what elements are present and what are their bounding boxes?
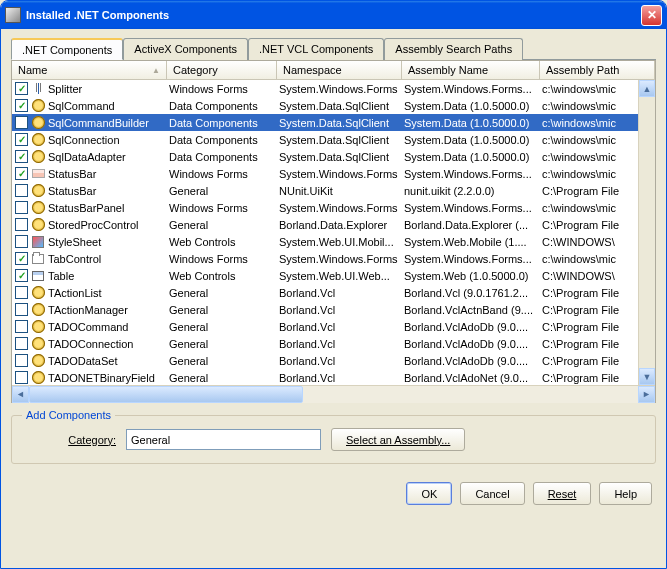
button-bar: OK Cancel Reset Help xyxy=(1,472,666,515)
cancel-button[interactable]: Cancel xyxy=(460,482,524,505)
row-path: c:\windows\mic xyxy=(540,201,638,215)
splitter-icon xyxy=(30,81,46,97)
sort-asc-icon: ▲ xyxy=(152,66,160,75)
row-assembly: System.Data (1.0.5000.0) xyxy=(402,116,540,130)
table-row[interactable]: TADONETBinaryFieldGeneralBorland.VclBorl… xyxy=(12,369,638,385)
table-row[interactable]: TADODataSetGeneralBorland.VclBorland.Vcl… xyxy=(12,352,638,369)
row-checkbox[interactable] xyxy=(15,116,28,129)
table-row[interactable]: TADOCommandGeneralBorland.VclBorland.Vcl… xyxy=(12,318,638,335)
row-path: C:\Program File xyxy=(540,286,638,300)
row-category: Data Components xyxy=(167,150,277,164)
row-checkbox[interactable] xyxy=(15,337,28,350)
statusbar-icon xyxy=(30,166,46,182)
table-row[interactable]: ✓StatusBarWindows FormsSystem.Windows.Fo… xyxy=(12,165,638,182)
gear-icon xyxy=(30,200,46,216)
vertical-scrollbar[interactable]: ▲ ▼ xyxy=(638,80,655,385)
tab-activex[interactable]: ActiveX Components xyxy=(123,38,248,60)
col-namespace[interactable]: Namespace xyxy=(277,61,402,79)
row-checkbox[interactable] xyxy=(15,320,28,333)
gear-icon xyxy=(30,149,46,165)
row-category: General xyxy=(167,303,277,317)
row-namespace: System.Data.SqlClient xyxy=(277,116,402,130)
row-category: Data Components xyxy=(167,116,277,130)
component-list: Name▲ Category Namespace Assembly Name A… xyxy=(11,60,656,403)
row-path: c:\windows\mic xyxy=(540,99,638,113)
gear-icon xyxy=(30,370,46,386)
horizontal-scrollbar[interactable]: ◄ ► xyxy=(12,385,655,402)
col-name[interactable]: Name▲ xyxy=(12,61,167,79)
table-row[interactable]: TADOConnectionGeneralBorland.VclBorland.… xyxy=(12,335,638,352)
row-checkbox[interactable]: ✓ xyxy=(15,99,28,112)
scroll-right-icon[interactable]: ► xyxy=(638,386,655,403)
row-namespace: Borland.Vcl xyxy=(277,320,402,334)
row-checkbox[interactable] xyxy=(15,184,28,197)
row-checkbox[interactable]: ✓ xyxy=(15,133,28,146)
row-category: General xyxy=(167,354,277,368)
row-checkbox[interactable] xyxy=(15,286,28,299)
row-checkbox[interactable]: ✓ xyxy=(15,252,28,265)
row-checkbox[interactable]: ✓ xyxy=(15,269,28,282)
gear-icon xyxy=(30,319,46,335)
table-row[interactable]: ✓TableWeb ControlsSystem.Web.UI.Web...Sy… xyxy=(12,267,638,284)
row-category: Data Components xyxy=(167,133,277,147)
category-input[interactable] xyxy=(126,429,321,450)
table-row[interactable]: ✓SplitterWindows FormsSystem.Windows.For… xyxy=(12,80,638,97)
table-row[interactable]: ✓SqlDataAdapterData ComponentsSystem.Dat… xyxy=(12,148,638,165)
tab-net-components[interactable]: .NET Components xyxy=(11,38,123,60)
tab-net-vcl[interactable]: .NET VCL Components xyxy=(248,38,384,60)
table-row[interactable]: StoredProcControlGeneralBorland.Data.Exp… xyxy=(12,216,638,233)
row-checkbox[interactable] xyxy=(15,371,28,384)
row-namespace: System.Windows.Forms xyxy=(277,82,402,96)
table-row[interactable]: TActionManagerGeneralBorland.VclBorland.… xyxy=(12,301,638,318)
row-checkbox[interactable] xyxy=(15,235,28,248)
row-path: c:\windows\mic xyxy=(540,167,638,181)
row-namespace: NUnit.UiKit xyxy=(277,184,402,198)
table-row[interactable]: ✓TabControlWindows FormsSystem.Windows.F… xyxy=(12,250,638,267)
row-assembly: System.Windows.Forms... xyxy=(402,82,540,96)
row-name: StatusBarPanel xyxy=(48,202,124,214)
titlebar[interactable]: Installed .NET Components ✕ xyxy=(1,1,666,29)
close-button[interactable]: ✕ xyxy=(641,5,662,26)
select-assembly-button[interactable]: Select an Assembly... xyxy=(331,428,465,451)
gear-icon xyxy=(30,285,46,301)
table-row[interactable]: TActionListGeneralBorland.VclBorland.Vcl… xyxy=(12,284,638,301)
tab-assembly-paths[interactable]: Assembly Search Paths xyxy=(384,38,523,60)
gear-icon xyxy=(30,302,46,318)
row-checkbox[interactable] xyxy=(15,354,28,367)
reset-button[interactable]: Reset xyxy=(533,482,592,505)
app-icon xyxy=(5,7,21,23)
row-category: General xyxy=(167,320,277,334)
table-row[interactable]: ✓SqlCommandData ComponentsSystem.Data.Sq… xyxy=(12,97,638,114)
row-checkbox[interactable]: ✓ xyxy=(15,82,28,95)
scroll-down-icon[interactable]: ▼ xyxy=(639,368,655,385)
row-namespace: System.Web.UI.Mobil... xyxy=(277,235,402,249)
row-checkbox[interactable] xyxy=(15,201,28,214)
row-name: StyleSheet xyxy=(48,236,101,248)
col-path[interactable]: Assembly Path xyxy=(540,61,655,79)
row-path: c:\windows\mic xyxy=(540,150,638,164)
table-icon xyxy=(30,268,46,284)
row-namespace: System.Data.SqlClient xyxy=(277,133,402,147)
scroll-left-icon[interactable]: ◄ xyxy=(12,386,29,403)
table-row[interactable]: SqlCommandBuilderData ComponentsSystem.D… xyxy=(12,114,638,131)
scroll-up-icon[interactable]: ▲ xyxy=(639,80,655,97)
row-category: Windows Forms xyxy=(167,82,277,96)
row-checkbox[interactable]: ✓ xyxy=(15,150,28,163)
row-namespace: Borland.Vcl xyxy=(277,354,402,368)
table-row[interactable]: StatusBarPanelWindows FormsSystem.Window… xyxy=(12,199,638,216)
row-name: TabControl xyxy=(48,253,101,265)
col-assembly[interactable]: Assembly Name xyxy=(402,61,540,79)
scroll-thumb[interactable] xyxy=(29,386,303,403)
gear-icon xyxy=(30,217,46,233)
row-checkbox[interactable] xyxy=(15,303,28,316)
table-row[interactable]: StatusBarGeneralNUnit.UiKitnunit.uikit (… xyxy=(12,182,638,199)
table-row[interactable]: StyleSheetWeb ControlsSystem.Web.UI.Mobi… xyxy=(12,233,638,250)
ok-button[interactable]: OK xyxy=(406,482,452,505)
gear-icon xyxy=(30,115,46,131)
row-checkbox[interactable] xyxy=(15,218,28,231)
row-name: SqlCommandBuilder xyxy=(48,117,149,129)
table-row[interactable]: ✓SqlConnectionData ComponentsSystem.Data… xyxy=(12,131,638,148)
row-checkbox[interactable]: ✓ xyxy=(15,167,28,180)
col-category[interactable]: Category xyxy=(167,61,277,79)
help-button[interactable]: Help xyxy=(599,482,652,505)
